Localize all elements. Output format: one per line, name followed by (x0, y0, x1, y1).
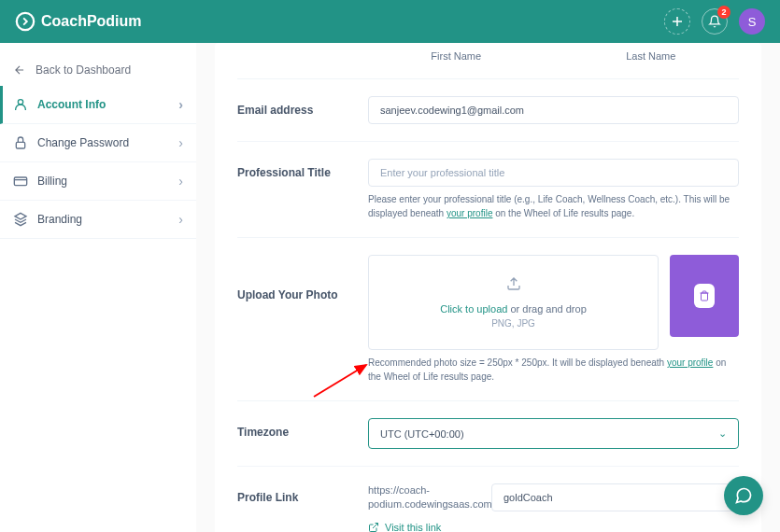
chevron-right-icon: › (178, 174, 183, 189)
chevron-right-icon: › (178, 135, 183, 150)
delete-photo-icon (694, 284, 715, 308)
sidebar-item-change-password[interactable]: Change Password › (0, 124, 196, 162)
sidebar-item-account-info[interactable]: Account Info › (0, 86, 196, 124)
header-actions: 2 S (664, 8, 765, 35)
chevron-down-icon: ⌄ (718, 427, 727, 440)
layers-icon (13, 212, 28, 227)
help-fab[interactable] (724, 476, 763, 515)
photo-preview[interactable] (670, 255, 739, 337)
profile-slug-input[interactable] (491, 483, 739, 511)
user-avatar[interactable]: S (739, 8, 765, 35)
photo-label: Upload Your Photo (237, 255, 368, 301)
chevron-right-icon: › (178, 97, 183, 112)
sidebar-item-branding[interactable]: Branding › (0, 201, 196, 239)
card-icon (13, 174, 28, 189)
your-profile-link-2[interactable]: your profile (667, 357, 713, 368)
visit-link[interactable]: Visit this link (368, 522, 739, 532)
lock-icon (13, 135, 28, 150)
title-help: Please enter your professional title (e.… (368, 192, 739, 220)
sidebar: Back to Dashboard Account Info › Change … (0, 43, 196, 532)
logo-icon (15, 11, 35, 32)
user-icon (13, 97, 28, 112)
notifications-button[interactable]: 2 (702, 8, 728, 35)
timezone-select[interactable]: UTC (UTC+00:00) ⌄ (368, 418, 739, 449)
back-to-dashboard-link[interactable]: Back to Dashboard (0, 54, 196, 86)
first-name-label: First Name (368, 50, 545, 62)
svg-rect-3 (14, 177, 26, 186)
title-label: Professional Title (237, 159, 368, 179)
upload-dropzone[interactable]: Click to upload or drag and drop PNG, JP… (368, 255, 659, 350)
upload-icon (378, 276, 648, 294)
profile-url-prefix: https://coach-podium.codewingsaas.com/ (368, 483, 480, 512)
email-input[interactable] (368, 96, 739, 124)
svg-rect-2 (16, 142, 24, 148)
brand-logo[interactable]: CoachPodium (15, 11, 142, 32)
profile-link-label: Profile Link (237, 483, 368, 504)
title-input[interactable] (368, 159, 739, 187)
profile-form: First Name Last Name Email address Profe… (215, 43, 761, 532)
photo-help: Recommended photo size = 250px * 250px. … (368, 356, 739, 384)
timezone-label: Timezone (237, 418, 368, 439)
svg-point-1 (18, 100, 22, 105)
email-label: Email address (237, 96, 368, 117)
sidebar-item-billing[interactable]: Billing › (0, 162, 196, 201)
notification-badge: 2 (717, 6, 730, 19)
svg-point-0 (17, 13, 34, 30)
add-button[interactable] (664, 8, 690, 35)
last-name-label: Last Name (563, 50, 740, 62)
app-header: CoachPodium 2 S (0, 0, 780, 43)
brand-name: CoachPodium (41, 13, 142, 30)
main-content: First Name Last Name Email address Profe… (196, 43, 780, 532)
your-profile-link[interactable]: your profile (447, 208, 492, 218)
chevron-right-icon: › (178, 212, 183, 227)
